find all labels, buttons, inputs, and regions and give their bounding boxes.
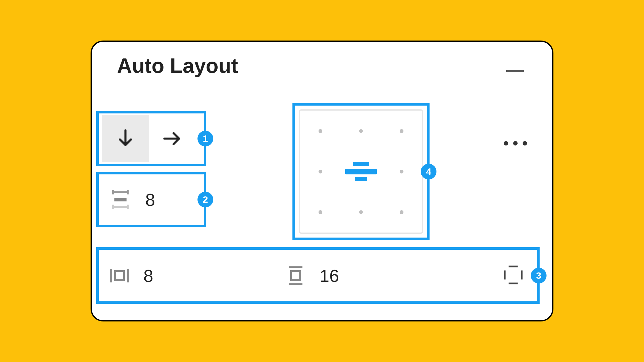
vertical-padding-field[interactable]: 16	[284, 264, 454, 287]
spacing-value[interactable]: 8	[145, 189, 155, 210]
horizontal-padding-field[interactable]: 8	[108, 264, 284, 287]
align-middle-right[interactable]	[381, 151, 422, 192]
alignment-center-icon	[345, 162, 377, 181]
align-top-left[interactable]	[300, 111, 341, 151]
align-bottom-left[interactable]	[300, 192, 341, 233]
callout-badge-2: 2	[197, 192, 213, 207]
align-middle-left[interactable]	[300, 151, 341, 192]
individual-padding-button[interactable]	[502, 264, 525, 288]
spacing-control: 8 2	[96, 172, 206, 227]
vertical-padding-icon	[284, 264, 307, 287]
arrow-down-icon	[114, 128, 136, 150]
remove-auto-layout-icon[interactable]	[506, 70, 524, 72]
alignment-control: 4	[292, 103, 430, 240]
horizontal-padding-icon	[108, 264, 131, 287]
align-top-center[interactable]	[341, 111, 381, 151]
callout-badge-1: 1	[197, 131, 213, 146]
direction-vertical-button[interactable]	[102, 115, 149, 162]
auto-layout-panel: Auto Layout 1 8 2	[91, 41, 553, 321]
direction-control: 1	[96, 111, 206, 166]
alignment-grid[interactable]	[299, 109, 423, 234]
spacing-between-icon	[108, 187, 133, 212]
svg-rect-0	[114, 198, 127, 201]
horizontal-padding-value: 8	[143, 266, 153, 286]
align-bottom-center[interactable]	[341, 192, 381, 233]
vertical-padding-value: 16	[319, 266, 339, 286]
align-top-right[interactable]	[381, 111, 422, 151]
panel-title: Auto Layout	[117, 54, 238, 78]
padding-control: 8 16 3	[96, 247, 540, 304]
align-bottom-right[interactable]	[381, 192, 422, 233]
callout-badge-4: 4	[421, 164, 436, 179]
direction-horizontal-button[interactable]	[149, 115, 196, 162]
individual-padding-icon	[502, 264, 525, 286]
align-middle-center[interactable]	[341, 151, 381, 192]
arrow-right-icon	[162, 128, 184, 150]
more-options-icon[interactable]	[504, 141, 527, 145]
callout-badge-3: 3	[531, 268, 547, 283]
svg-rect-1	[115, 271, 124, 280]
svg-rect-2	[291, 271, 300, 280]
